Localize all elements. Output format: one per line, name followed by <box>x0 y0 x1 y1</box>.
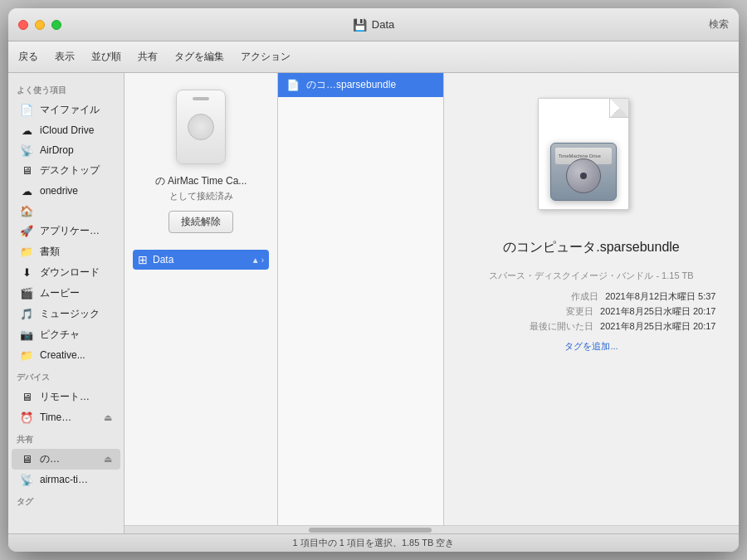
file-item-label: のコ…sparsebundle <box>306 78 396 92</box>
sidebar-item-documents[interactable]: 📁 書類 <box>12 241 120 262</box>
eject-icon[interactable]: ⏏ <box>104 412 112 423</box>
toolbar-action[interactable]: アクション <box>241 50 290 64</box>
sidebar-item-label: onedrive <box>40 185 78 197</box>
preview-filename: のコンピュータ.sparsebundle <box>503 239 680 256</box>
sidebar-item-label: アプリケー… <box>40 224 100 238</box>
sidebar-item-label: マイファイル <box>40 103 100 117</box>
file-item-sparsebundle[interactable]: 📄 のコ…sparsebundle <box>278 73 443 97</box>
airdrop-icon: 📡 <box>20 144 33 157</box>
preview-type: スパース・ディスクイメージ・バンドル - 1.15 TB <box>489 270 693 282</box>
sidebar-item-music[interactable]: 🎵 ミュージック <box>12 304 120 324</box>
time-icon: ⏰ <box>20 411 33 424</box>
sidebar-item-time[interactable]: ⏰ Time… ⏏ <box>12 407 120 427</box>
sidebar-item-pictures[interactable]: 📷 ピクチャ <box>12 324 120 345</box>
created-value: 2021年8月12日木曜日 5:37 <box>605 290 715 303</box>
sidebar-item-home[interactable]: 🏠 <box>12 201 120 221</box>
sidebar-item-label: Time… <box>40 411 71 423</box>
sidebar-item-label: ダウンロード <box>40 265 100 280</box>
sidebar-devices-label: デバイス <box>8 365 124 387</box>
meta-opened-row: 最後に開いた日 2021年8月25日水曜日 20:17 <box>467 320 716 333</box>
sidebar-favorites-label: よく使う項目 <box>8 78 124 100</box>
horizontal-scrollbar[interactable] <box>124 525 739 533</box>
close-button[interactable] <box>18 20 28 30</box>
sidebar-item-airdrop[interactable]: 📡 AirDrop <box>12 140 120 160</box>
sidebar-item-onedrive[interactable]: ☁ onedrive <box>12 181 120 201</box>
folder-grid-icon: ⊞ <box>138 253 148 266</box>
sidebar-item-label: ムービー <box>40 286 80 300</box>
toolbar-share[interactable]: 共有 <box>138 50 158 64</box>
toolbar-back[interactable]: 戻る <box>18 50 38 64</box>
titlebar: 💾 Data 検索 <box>8 8 739 41</box>
onedrive-icon: ☁ <box>20 184 33 197</box>
music-icon: 🎵 <box>20 308 33 321</box>
search-button[interactable]: 検索 <box>709 17 729 32</box>
disconnect-button[interactable]: 接続解除 <box>168 211 233 233</box>
sidebar-item-shared1[interactable]: 🖥 の… ⏏ <box>12 449 120 470</box>
folder-row-label: Data <box>153 254 247 265</box>
sidebar-item-icloud[interactable]: ☁ iCloud Drive <box>12 120 120 140</box>
shared1-icon: 🖥 <box>20 453 33 466</box>
modified-label: 変更日 <box>566 305 593 318</box>
preview-metadata: 作成日 2021年8月12日木曜日 5:37 変更日 2021年8月25日水曜日… <box>467 290 716 335</box>
sidebar-item-my-files[interactable]: 📄 マイファイル <box>12 100 120 120</box>
window-controls <box>18 20 61 30</box>
downloads-icon: ⬇ <box>20 266 33 280</box>
toolbar-sort[interactable]: 並び順 <box>91 50 121 64</box>
sidebar-item-airmac[interactable]: 📡 airmac-ti… <box>12 470 120 489</box>
file-list-panel: 📄 のコ…sparsebundle <box>278 73 444 525</box>
sparsebundle-icon: TimeMachine Drive <box>538 98 646 222</box>
chevron-right-icon: › <box>261 256 264 265</box>
sidebar-item-movies[interactable]: 🎬 ムービー <box>12 283 120 304</box>
sidebar-item-label: iCloud Drive <box>40 124 94 136</box>
window-title: Data <box>372 18 394 31</box>
device-icon-container <box>176 90 226 164</box>
minimize-button[interactable] <box>35 20 45 30</box>
opened-value: 2021年8月25日水曜日 20:17 <box>600 320 715 333</box>
file-doc-icon: 📄 <box>286 79 300 91</box>
sidebar-item-label: airmac-ti… <box>40 474 88 485</box>
sidebar-item-label: 書類 <box>40 245 60 259</box>
sidebar-item-downloads[interactable]: ⬇ ダウンロード <box>12 262 120 283</box>
eject-shared-icon[interactable]: ⏏ <box>104 454 112 465</box>
sidebar-item-applications[interactable]: 🚀 アプリケー… <box>12 221 120 241</box>
created-label: 作成日 <box>571 290 598 303</box>
home-icon: 🏠 <box>20 204 33 217</box>
my-files-icon: 📄 <box>20 104 33 117</box>
device-name: の AirMac Time Ca... <box>155 174 247 188</box>
device-panel: の AirMac Time Ca... として接続済み 接続解除 ⊞ Data … <box>124 73 278 525</box>
maximize-button[interactable] <box>51 20 61 30</box>
sort-up-icon: ▲ <box>251 256 260 265</box>
add-tag-link[interactable]: タグを追加... <box>564 340 618 353</box>
desktop-icon: 🖥 <box>20 164 33 178</box>
content-area: の AirMac Time Ca... として接続済み 接続解除 ⊞ Data … <box>124 73 739 533</box>
sidebar-item-label: ピクチャ <box>40 328 80 342</box>
sidebar-item-remote[interactable]: 🖥 リモート… <box>12 387 120 407</box>
finder-window: 💾 Data 検索 戻る 表示 並び順 共有 タグを編集 アクション よく使う項… <box>8 8 739 552</box>
hdd-image: TimeMachine Drive <box>550 143 617 201</box>
preview-panel: TimeMachine Drive のコンピュータ.sparsebundle ス… <box>444 73 739 525</box>
sidebar-item-label: リモート… <box>40 390 90 404</box>
meta-modified-row: 変更日 2021年8月25日水曜日 20:17 <box>467 305 716 318</box>
toolbar-view[interactable]: 表示 <box>55 50 75 64</box>
sidebar: よく使う項目 📄 マイファイル ☁ iCloud Drive 📡 AirDrop… <box>8 73 124 533</box>
document-page: TimeMachine Drive <box>538 98 629 210</box>
device-status: として接続済み <box>169 190 233 202</box>
scrollbar-thumb[interactable] <box>309 528 432 533</box>
preview-icon-area: TimeMachine Drive <box>538 98 646 222</box>
sidebar-item-label: ミュージック <box>40 307 100 321</box>
content-inner: の AirMac Time Ca... として接続済み 接続解除 ⊞ Data … <box>124 73 739 525</box>
sidebar-item-label: AirDrop <box>40 144 74 156</box>
remote-icon: 🖥 <box>20 391 33 404</box>
hdd-label-text: TimeMachine Drive <box>559 153 601 158</box>
page-fold <box>610 99 628 117</box>
modified-value: 2021年8月25日水曜日 20:17 <box>600 305 715 318</box>
data-folder-row[interactable]: ⊞ Data ▲ › <box>133 250 269 270</box>
sidebar-item-desktop[interactable]: 🖥 デスクトップ <box>12 160 120 181</box>
toolbar-edit-tags[interactable]: タグを編集 <box>174 50 224 64</box>
sidebar-item-creative[interactable]: 📁 Creative... <box>12 345 120 365</box>
status-text: 1 項目中の 1 項目を選択、1.85 TB 空き <box>293 537 455 549</box>
airmac-icon: 📡 <box>20 473 33 486</box>
movies-icon: 🎬 <box>20 287 33 300</box>
pictures-icon: 📷 <box>20 329 33 342</box>
sidebar-item-label: Creative... <box>40 349 85 361</box>
